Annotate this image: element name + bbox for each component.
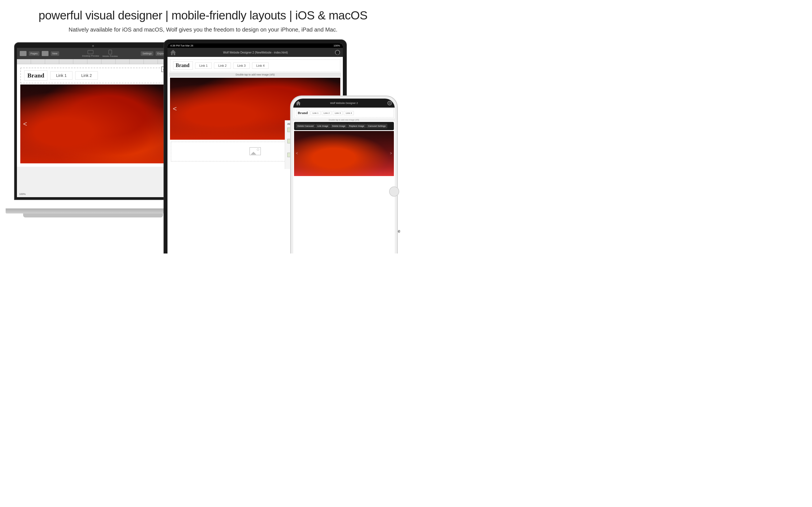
macbook-toolbar: Pages New Desktop Preview Mobile P: [17, 48, 169, 59]
ruler-marks: [17, 59, 169, 64]
toolbar-right: Settings Export: [141, 51, 166, 56]
iphone-toolbar: Wolf Website Designer 2 ⚙: [293, 99, 395, 108]
ipad-link-1: Link 1: [195, 62, 212, 69]
iphone-link-1: Link 1: [310, 111, 320, 115]
iphone-link-3: Link 3: [333, 111, 343, 115]
ipad-link-4: Link 4: [252, 62, 269, 69]
iphone-arrow-left[interactable]: <: [296, 151, 298, 156]
ipad-link-2: Link 2: [214, 62, 231, 69]
iphone: Wolf Website Designer 2 ⚙ Brand Link 1 L…: [290, 96, 398, 253]
toolbar-center: Desktop Preview Mobile Preview: [82, 50, 117, 57]
iphone-arrow-right[interactable]: >: [390, 151, 392, 156]
iphone-home-icon[interactable]: [296, 101, 301, 105]
ipad-battery: 100%: [334, 44, 340, 47]
web-content: Brand Link 1 Link 2 ✓ <: [17, 64, 169, 167]
iphone-add-image-bar: Double tap to add new Image (4/5): [293, 118, 395, 121]
sub-headline: Natively available for iOS and macOS, Wo…: [11, 25, 395, 34]
mobile-icon: [109, 50, 112, 54]
ruler: [17, 59, 169, 64]
iphone-link-4: Link 4: [344, 111, 354, 115]
macbook-bottom: [23, 214, 163, 217]
mobile-preview[interactable]: Mobile Preview: [102, 50, 117, 57]
ipad-navbar: Brand Link 1 Link 2 Link 3 Link 4: [170, 59, 340, 71]
img-placeholder-mountain: [251, 152, 256, 155]
iphone-settings-icon[interactable]: ⚙: [388, 101, 392, 105]
header-section: powerful visual designer | mobile-friend…: [0, 0, 406, 37]
ipad-brand-label: Brand: [173, 61, 193, 69]
link-image-btn[interactable]: Link Image: [315, 124, 330, 128]
delete-image-btn[interactable]: Delete Image: [331, 124, 347, 128]
iphone-app-title: Wolf Website Designer 2: [302, 102, 386, 105]
iphone-brand-label: Brand: [296, 110, 309, 116]
iphone-home-button[interactable]: [389, 186, 399, 196]
iphone-screen: Wolf Website Designer 2 ⚙ Brand Link 1 L…: [293, 99, 395, 253]
ipad-status-bar: 4:38 PM Tue Mar 26 100%: [167, 43, 343, 48]
ipad-home-icon[interactable]: [170, 50, 176, 55]
carousel-left-arrow[interactable]: <: [23, 120, 27, 128]
new-button[interactable]: New: [51, 51, 59, 56]
ipad-settings-icon[interactable]: ⚙: [335, 50, 340, 55]
web-link-2: Link 2: [75, 71, 98, 80]
iphone-body: Wolf Website Designer 2 ⚙ Brand Link 1 L…: [290, 96, 398, 253]
img-placeholder-rect: [250, 147, 261, 155]
settings-button[interactable]: Settings: [141, 51, 153, 56]
web-navbar: Brand Link 1 Link 2 ✓: [20, 68, 166, 83]
ipad-link-3: Link 3: [233, 62, 250, 69]
ipad-carousel-arrow[interactable]: <: [173, 105, 177, 113]
ipad-app-title: Wolf Website Designer 2 (NewWebsite - in…: [178, 51, 333, 54]
desktop-preview[interactable]: Desktop Preview: [82, 50, 99, 57]
pages-button[interactable]: Pages: [29, 51, 40, 56]
carousel-settings-btn[interactable]: Carousel Settings: [366, 124, 388, 128]
pages-icon: [20, 51, 27, 56]
iphone-hero-image: < >: [294, 131, 394, 176]
desktop-icon: [88, 50, 93, 54]
toolbar-left: Pages New: [20, 51, 59, 56]
iphone-navbar: Brand Link 1 Link 2 Link 3 Link 4: [294, 108, 394, 117]
image-placeholder-icon: [250, 147, 261, 156]
macbook: Pages New Desktop Preview Mobile P: [6, 42, 181, 223]
context-menu: Delete Carousel Link Image Delete Image …: [294, 122, 394, 130]
delete-carousel-btn[interactable]: Delete Carousel: [296, 124, 315, 128]
ipad-add-image-bar: Double tap to add new Image (4/5): [169, 72, 341, 77]
macbook-body: Pages New Desktop Preview Mobile P: [6, 42, 181, 209]
web-link-1: Link 1: [50, 71, 72, 80]
web-brand-label: Brand: [24, 70, 47, 80]
img-placeholder-circle: [257, 149, 259, 151]
new-icon: [42, 51, 49, 56]
macbook-screen: Pages New Desktop Preview Mobile P: [17, 48, 169, 197]
macbook-base: [6, 209, 181, 214]
main-headline: powerful visual designer | mobile-friend…: [11, 8, 395, 22]
iphone-link-2: Link 2: [322, 111, 332, 115]
devices-container: Pages New Desktop Preview Mobile P: [0, 40, 406, 237]
ipad-time: 4:38 PM Tue Mar 26: [170, 44, 193, 47]
macbook-screen-outer: Pages New Desktop Preview Mobile P: [14, 42, 172, 200]
replace-image-btn[interactable]: Replace Image: [347, 124, 366, 128]
strawberry-background: [20, 84, 166, 163]
macbook-camera: [92, 45, 94, 47]
zoom-label: 100%: [19, 193, 26, 195]
ipad-toolbar: Wolf Website Designer 2 (NewWebsite - in…: [167, 48, 343, 57]
web-hero-image: <: [20, 84, 166, 163]
